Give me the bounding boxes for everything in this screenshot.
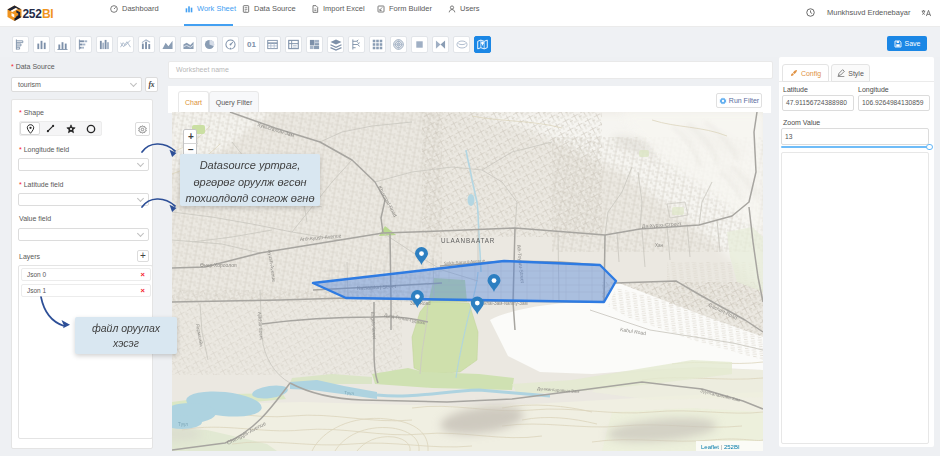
svg-text:BI: BI <box>42 7 53 21</box>
svg-text:ULAANBAATAR: ULAANBAATAR <box>441 237 495 244</box>
svg-text:Хан: Хан <box>655 243 664 248</box>
svg-text:Түүл: Түүл <box>344 390 355 396</box>
svg-text:Leaflet | 252BI: Leaflet | 252BI <box>701 444 740 450</box>
svg-text:Түүл: Түүл <box>178 422 188 427</box>
svg-text:Өнөр-Хороолол: Өнөр-Хороолол <box>200 262 237 268</box>
svg-text:252: 252 <box>23 7 43 21</box>
